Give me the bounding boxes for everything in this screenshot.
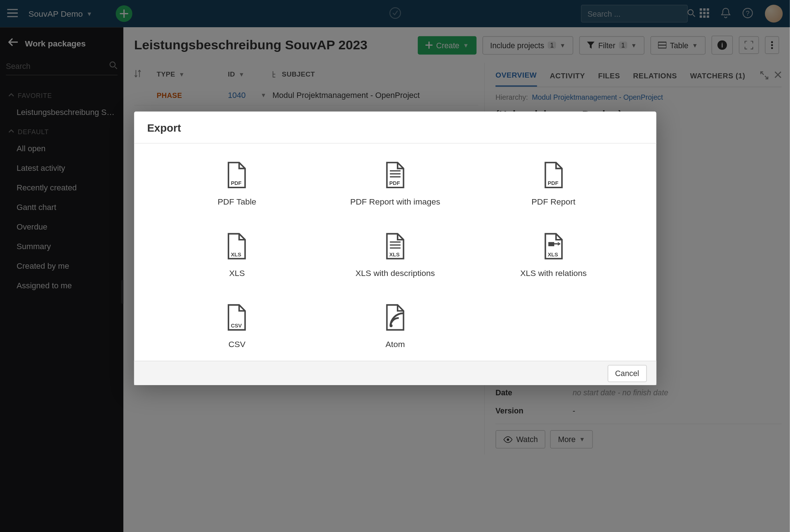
export-option-label: Atom [316,339,474,349]
svg-text:PDF: PDF [547,180,558,186]
export-option-label: PDF Table [158,197,316,206]
export-option[interactable]: XLSXLS [158,232,316,277]
export-option-label: PDF Report [474,197,633,206]
document-icon: XLS [384,232,406,260]
svg-text:XLS: XLS [231,252,242,257]
export-option[interactable]: CSVCSV [158,304,316,349]
export-option[interactable]: PDFPDF Report [474,161,633,206]
document-icon: PDF [384,161,406,189]
document-icon: XLS [226,232,248,260]
document-icon: PDF [543,161,564,189]
export-option[interactable]: PDFPDF Report with images [316,161,474,206]
svg-point-36 [390,324,392,327]
svg-text:CSV: CSV [231,323,242,329]
modal-title: Export [134,112,657,144]
export-option[interactable]: PDFPDF Table [158,161,316,206]
svg-text:XLS: XLS [389,252,400,257]
svg-text:PDF: PDF [231,180,242,186]
svg-rect-31 [548,242,554,246]
document-icon: PDF [226,161,248,189]
document-icon: XLS [543,232,564,260]
export-option-label: XLS with relations [474,268,633,277]
export-option-label: CSV [158,339,316,349]
export-option[interactable]: XLSXLS with descriptions [316,232,474,277]
export-option-label: PDF Report with images [316,197,474,206]
svg-text:PDF: PDF [389,180,400,186]
export-option[interactable]: Atom [316,304,474,349]
document-icon: CSV [226,304,248,331]
export-modal: Export PDFPDF TablePDFPDF Report with im… [134,112,657,385]
export-option-label: XLS [158,268,316,277]
svg-text:XLS: XLS [547,252,558,257]
cancel-button[interactable]: Cancel [607,365,647,382]
export-option[interactable]: XLSXLS with relations [474,232,633,277]
export-option-label: XLS with descriptions [316,268,474,277]
document-icon [384,304,406,331]
